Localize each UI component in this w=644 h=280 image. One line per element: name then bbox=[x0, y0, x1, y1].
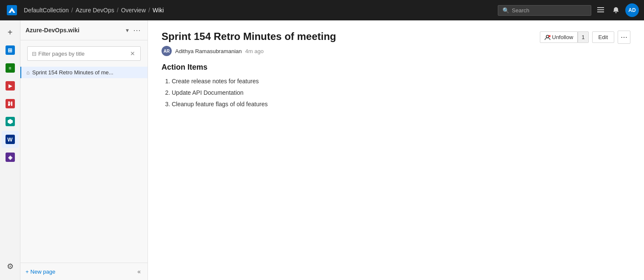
extensions-icon: ◈ bbox=[6, 153, 15, 162]
home-icon: ⌂ bbox=[26, 69, 30, 76]
breadcrumb: DefaultCollection / Azure DevOps / Overv… bbox=[24, 7, 498, 14]
plus-icon: + bbox=[26, 269, 29, 275]
sidebar-header: Azure-DevOps.wiki ▾ ⋯ bbox=[20, 20, 148, 40]
time-ago: 4m ago bbox=[245, 48, 264, 54]
search-icon: 🔍 bbox=[502, 7, 509, 14]
ellipsis-icon: ⋯ bbox=[621, 33, 627, 41]
page-actions: Unfollow 1 Edit ⋯ bbox=[540, 31, 631, 44]
filter-clear-button[interactable]: ✕ bbox=[129, 50, 136, 57]
sidebar-more-button[interactable]: ⋯ bbox=[131, 25, 142, 36]
wiki-dropdown-chevron[interactable]: ▾ bbox=[126, 27, 129, 34]
page-meta: AR Adithya Ramasubramanian 4m ago bbox=[162, 46, 540, 56]
author-name[interactable]: Adithya Ramasubramanian bbox=[175, 48, 242, 54]
svg-rect-2 bbox=[597, 9, 604, 10]
page-title-area: Sprint 154 Retro Minutes of meeting AR A… bbox=[162, 31, 540, 56]
unfollow-group: Unfollow 1 bbox=[540, 31, 589, 43]
repos-icon: ≡ bbox=[6, 63, 15, 73]
list-item: Update API Documentation bbox=[172, 88, 630, 97]
nav-testplans-button[interactable] bbox=[2, 95, 19, 112]
new-page-button[interactable]: + New page bbox=[26, 269, 55, 275]
notifications-button[interactable] bbox=[610, 5, 622, 15]
search-box[interactable]: 🔍 Search bbox=[498, 5, 591, 16]
pipelines-icon: ▶ bbox=[6, 81, 15, 91]
nav-repos-button[interactable]: ≡ bbox=[2, 59, 19, 76]
double-chevron-left-icon: « bbox=[137, 268, 141, 275]
sidebar: Azure-DevOps.wiki ▾ ⋯ ⊟ ✕ ⌂ Sprint 154 R… bbox=[20, 20, 148, 280]
breadcrumb-item-1[interactable]: Azure DevOps bbox=[76, 7, 114, 14]
page-title: Sprint 154 Retro Minutes of meeting bbox=[162, 31, 540, 42]
filter-input[interactable] bbox=[38, 51, 128, 57]
breadcrumb-item-0[interactable]: DefaultCollection bbox=[24, 7, 69, 14]
svg-rect-1 bbox=[597, 7, 604, 8]
svg-rect-3 bbox=[597, 11, 604, 12]
artifacts-icon bbox=[6, 117, 15, 126]
user-avatar-button[interactable]: AD bbox=[625, 3, 639, 17]
top-nav-actions: 🔍 Search AD bbox=[498, 3, 639, 17]
followers-badge: 1 bbox=[578, 31, 588, 43]
breadcrumb-sep-0: / bbox=[71, 7, 73, 14]
action-items-list: Create release notes for features Update… bbox=[172, 77, 630, 109]
nav-pipelines-button[interactable]: ▶ bbox=[2, 77, 19, 94]
filter-container[interactable]: ⊟ ✕ bbox=[27, 46, 141, 61]
unfollow-label: Unfollow bbox=[552, 34, 573, 40]
search-placeholder: Search bbox=[512, 7, 529, 14]
gear-icon: ⚙ bbox=[7, 262, 14, 271]
edit-button[interactable]: Edit bbox=[592, 31, 614, 43]
tree-item-sprint[interactable]: ⌂ Sprint 154 Retro Minutes of me... bbox=[20, 67, 148, 78]
wiki-content: Action Items Create release notes for fe… bbox=[162, 63, 630, 109]
nav-extensions-button[interactable]: ◈ bbox=[2, 149, 19, 166]
filter-icon: ⊟ bbox=[32, 51, 37, 57]
testplans-icon bbox=[6, 99, 15, 108]
svg-point-4 bbox=[546, 35, 549, 38]
nav-boards-button[interactable]: ⊞ bbox=[2, 42, 19, 59]
new-page-label: New page bbox=[31, 269, 56, 275]
section-heading: Action Items bbox=[162, 63, 630, 72]
collapse-sidebar-button[interactable]: « bbox=[136, 267, 142, 276]
app-logo[interactable] bbox=[5, 3, 19, 17]
sidebar-tree: ⌂ Sprint 154 Retro Minutes of me... bbox=[20, 65, 148, 263]
nav-artifacts-button[interactable] bbox=[2, 113, 19, 130]
unfollow-icon bbox=[545, 34, 550, 40]
breadcrumb-sep-2: / bbox=[148, 7, 150, 14]
sidebar-footer: + New page « bbox=[20, 263, 148, 280]
view-options-button[interactable] bbox=[595, 5, 607, 15]
nav-wiki-button[interactable]: W bbox=[2, 131, 19, 148]
page-header: Sprint 154 Retro Minutes of meeting AR A… bbox=[162, 31, 630, 56]
nav-icon-bar: + ⊞ ≡ ▶ bbox=[0, 20, 20, 280]
boards-icon: ⊞ bbox=[6, 45, 15, 55]
top-navigation: DefaultCollection / Azure DevOps / Overv… bbox=[0, 0, 644, 20]
unfollow-button[interactable]: Unfollow bbox=[540, 31, 578, 43]
list-item: Create release notes for features bbox=[172, 77, 630, 86]
add-new-button[interactable]: + bbox=[2, 24, 19, 41]
wiki-title[interactable]: Azure-DevOps.wiki bbox=[26, 27, 123, 34]
wiki-icon: W bbox=[6, 135, 15, 144]
author-avatar: AR bbox=[162, 46, 172, 56]
breadcrumb-sep-1: / bbox=[117, 7, 119, 14]
main-area: + ⊞ ≡ ▶ bbox=[0, 20, 644, 280]
breadcrumb-item-current: Wiki bbox=[153, 7, 164, 14]
filter-area: ⊟ ✕ bbox=[20, 40, 148, 65]
more-actions-button[interactable]: ⋯ bbox=[618, 31, 630, 44]
breadcrumb-item-2[interactable]: Overview bbox=[121, 7, 146, 14]
tree-item-label: Sprint 154 Retro Minutes of me... bbox=[32, 69, 142, 76]
list-item: Cleanup feature flags of old features bbox=[172, 100, 630, 109]
settings-button[interactable]: ⚙ bbox=[2, 258, 19, 275]
content-area: Sprint 154 Retro Minutes of meeting AR A… bbox=[148, 20, 644, 280]
